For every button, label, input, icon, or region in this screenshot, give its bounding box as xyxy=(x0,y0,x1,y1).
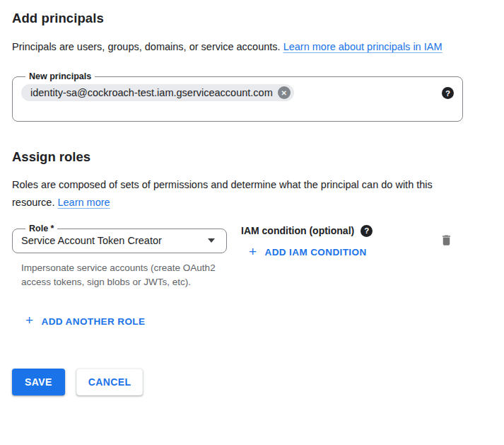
learn-more-roles-link[interactable]: Learn more xyxy=(57,197,110,208)
assign-roles-description: Roles are composed of sets of permission… xyxy=(12,176,475,212)
help-circle-icon[interactable]: ? xyxy=(442,87,454,99)
plus-icon: + xyxy=(25,316,34,325)
plus-icon: + xyxy=(249,247,257,257)
role-helper-text: Impersonate service accounts (create OAu… xyxy=(21,261,225,289)
new-principals-label: New principals xyxy=(25,71,95,81)
add-iam-condition-label: ADD IAM CONDITION xyxy=(265,247,367,258)
principal-chip-label: identity-sa@cockroach-test.iam.gservicea… xyxy=(30,87,273,98)
intro-paragraph: Principals are users, groups, domains, o… xyxy=(12,38,470,56)
close-circle-icon[interactable]: ✕ xyxy=(278,86,291,99)
help-circle-icon[interactable]: ? xyxy=(361,225,373,237)
role-row: Role * Service Account Token Creator Imp… xyxy=(12,224,492,289)
role-column: Role * Service Account Token Creator Imp… xyxy=(12,224,227,289)
role-label: Role * xyxy=(25,224,57,233)
add-principals-panel: Add principals Principals are users, gro… xyxy=(0,0,504,395)
principal-chip: identity-sa@cockroach-test.iam.gservicea… xyxy=(21,84,294,101)
dialog-actions: SAVE CANCEL xyxy=(12,369,492,395)
role-selected-value: Service Account Token Creator xyxy=(21,235,162,246)
caret-down-icon xyxy=(208,238,215,243)
add-role-row: + ADD ANOTHER ROLE xyxy=(25,315,492,328)
add-iam-condition-button[interactable]: + ADD IAM CONDITION xyxy=(249,247,367,258)
save-button[interactable]: SAVE xyxy=(12,369,65,395)
new-principals-input[interactable]: identity-sa@cockroach-test.iam.gservicea… xyxy=(21,84,454,101)
add-another-role-button[interactable]: + ADD ANOTHER ROLE xyxy=(25,316,145,327)
cancel-button[interactable]: CANCEL xyxy=(76,369,143,395)
role-select[interactable]: Role * Service Account Token Creator xyxy=(12,224,227,253)
assign-roles-title: Assign roles xyxy=(12,149,492,165)
iam-condition-label-row: IAM condition (optional) ? xyxy=(241,224,373,238)
learn-more-principals-link[interactable]: Learn more about principals in IAM xyxy=(283,41,443,52)
iam-condition-column: IAM condition (optional) ? + ADD IAM CON… xyxy=(241,224,373,259)
new-principals-field[interactable]: New principals identity-sa@cockroach-tes… xyxy=(12,71,463,122)
iam-condition-label: IAM condition (optional) xyxy=(241,224,354,238)
trash-icon xyxy=(440,233,453,248)
page-title: Add principals xyxy=(12,11,492,26)
role-value-row: Service Account Token Creator xyxy=(21,235,218,246)
delete-role-button[interactable] xyxy=(440,233,453,248)
add-another-role-label: ADD ANOTHER ROLE xyxy=(42,316,146,327)
intro-text: Principals are users, groups, domains, o… xyxy=(12,41,283,52)
